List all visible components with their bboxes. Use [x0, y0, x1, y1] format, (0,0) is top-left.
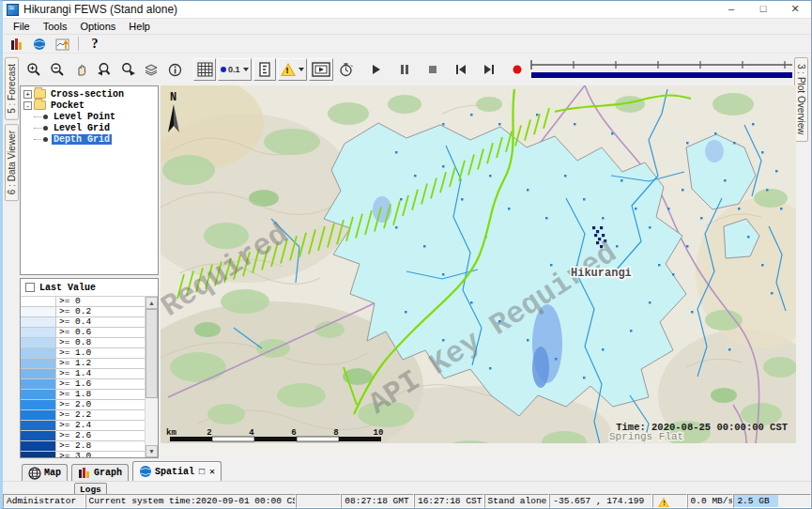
database-viewer-button[interactable]	[7, 35, 27, 53]
legend-scrollbar[interactable]: ▲ ▼	[145, 297, 158, 457]
legend-value-label: >= 1.0	[56, 348, 145, 358]
menu-file[interactable]: File	[7, 20, 37, 33]
legend-value-label: >= 0.8	[56, 338, 145, 347]
panel-tab-5-forecast[interactable]: 5 : Forecast	[5, 57, 19, 120]
tree-item-pocket[interactable]: -Pocket	[21, 100, 158, 111]
grid-button[interactable]	[193, 58, 216, 81]
time-series-dialog-button[interactable]	[52, 35, 72, 53]
tree-item-level-grid[interactable]: Level Grid	[21, 122, 158, 133]
legend-value-label: >= 0.6	[56, 328, 145, 337]
skip-end-button[interactable]	[478, 58, 500, 81]
legend-list: >= 0>= 0.2>= 0.4>= 0.6>= 0.8>= 1.0>= 1.2…	[21, 297, 145, 457]
legend-color-swatch	[21, 452, 56, 457]
play-button[interactable]	[365, 58, 388, 81]
info-button[interactable]	[163, 58, 186, 81]
scroll-up-icon[interactable]: ▲	[146, 297, 158, 309]
timer-button[interactable]	[335, 58, 358, 81]
tree-item-label: Cross-section	[49, 89, 126, 100]
legend-value-label: >= 1.4	[56, 369, 145, 378]
legend-value-label: >= 0.4	[56, 317, 145, 327]
map-viewport[interactable]: API Key Required API Key Required N Hiku…	[161, 85, 796, 458]
legend-color-swatch	[21, 400, 56, 409]
zoom-out-button[interactable]	[46, 58, 69, 81]
minimize-button[interactable]: –	[715, 1, 747, 18]
menu-tools[interactable]: Tools	[37, 20, 74, 33]
panel-tab-3-plot-overview[interactable]: 3 : Plot Overview	[794, 57, 808, 142]
toolbar-separator	[78, 37, 79, 51]
legend-row[interactable]: >= 3.0	[21, 452, 145, 457]
menu-help[interactable]: Help	[122, 20, 157, 33]
zoom-previous-button[interactable]	[93, 58, 115, 81]
tab-restore-button[interactable]: □	[199, 467, 205, 477]
record-button[interactable]	[506, 58, 529, 81]
legend-color-swatch	[21, 348, 56, 358]
legend-color-swatch	[21, 410, 56, 420]
expander-icon[interactable]: -	[23, 101, 32, 110]
tab-graph[interactable]: Graph	[71, 464, 129, 481]
scroll-thumb[interactable]	[146, 309, 158, 398]
svg-text:N: N	[170, 91, 176, 104]
status-text: -35.657 , 174.199	[553, 496, 644, 506]
status-coordinates: -35.657 , 174.199	[549, 494, 651, 508]
globe-blue-icon	[139, 465, 152, 478]
legend-value-label: >= 2.0	[56, 400, 145, 409]
scroll-down-icon[interactable]: ▼	[146, 445, 158, 457]
scroll-track[interactable]	[146, 309, 158, 445]
skip-start-button[interactable]	[450, 58, 472, 81]
status-gmt-time: 08:27:18 GMT	[341, 494, 414, 508]
menu-options[interactable]: Options	[73, 20, 122, 33]
legend-color-swatch	[21, 338, 56, 347]
legend-value-label: >= 0.2	[56, 307, 145, 316]
status-text: Current system time:2020-09-01 00:00 CST	[89, 496, 296, 506]
legend-value-label: >= 0	[56, 297, 145, 306]
layer-panel: +Cross-section-PocketLevel PointLevel Gr…	[20, 85, 161, 458]
spatial-display-button[interactable]	[29, 35, 50, 53]
tab-spatial[interactable]: Spatial□✕	[132, 461, 222, 481]
svg-text:4: 4	[249, 428, 254, 438]
tree-item-label: Depth Grid	[52, 134, 112, 145]
zoom-in-button[interactable]	[23, 58, 45, 81]
app-logo-icon	[7, 4, 19, 16]
stop-button[interactable]	[421, 58, 444, 81]
pause-button[interactable]	[393, 58, 416, 81]
map-time-label: Time: 2020-08-25 00:00:00 CST	[616, 422, 788, 433]
last-value-checkbox[interactable]	[25, 283, 35, 292]
legend-header: Last Value	[21, 279, 158, 296]
window-title: Hikurangi FEWS (Stand alone)	[23, 3, 177, 16]
status-text: Administrator	[7, 496, 76, 506]
svg-text:km: km	[166, 428, 176, 438]
legend-color-swatch	[21, 441, 56, 451]
pan-button[interactable]	[69, 58, 92, 81]
warnings-button[interactable]	[278, 58, 307, 81]
presentation-button[interactable]	[309, 58, 333, 81]
menu-bar: FileToolsOptionsHelp	[3, 19, 811, 35]
legend-panel: Last Value >= 0>= 0.2>= 0.4>= 0.6>= 0.8>…	[20, 278, 159, 458]
status-text: 0.0 MB/s	[691, 496, 734, 506]
status-warning	[652, 494, 687, 508]
tab-close-button[interactable]: ✕	[209, 466, 215, 477]
zoom-next-button[interactable]	[116, 58, 139, 81]
svg-text:2: 2	[207, 428, 211, 438]
tab-label: Graph	[94, 468, 122, 478]
maximize-button[interactable]: □	[747, 1, 779, 18]
map-canvas[interactable]: API Key Required API Key Required N Hiku…	[161, 85, 796, 458]
legend-value-label: >= 2.4	[56, 421, 145, 430]
timeline-slider[interactable]	[529, 58, 812, 81]
layers-button[interactable]	[140, 58, 162, 81]
timeline-range-bar[interactable]	[531, 72, 812, 78]
tree-item-depth-grid[interactable]: Depth Grid	[21, 133, 158, 145]
status-network-speed: 0.0 MB/s	[687, 494, 734, 508]
help-button[interactable]: ?	[84, 35, 105, 53]
status-system-time: Current system time:2020-09-01 00:00 CST	[85, 494, 296, 508]
tree-item-level-point[interactable]: Level Point	[21, 111, 158, 122]
tab-map[interactable]: Map	[22, 464, 68, 481]
decimal-button[interactable]: 0.1	[218, 58, 252, 81]
close-button[interactable]: ✕	[779, 1, 811, 18]
warning-icon[interactable]	[658, 498, 669, 508]
legend-toggle-button[interactable]	[253, 58, 276, 81]
panel-tab-6-data-viewer[interactable]: 6 : Data Viewer	[5, 124, 19, 201]
expander-icon[interactable]: +	[23, 90, 32, 99]
chevron-down-icon	[243, 68, 249, 71]
tree-item-label: Level Point	[52, 112, 117, 122]
tree-connector	[34, 139, 41, 140]
